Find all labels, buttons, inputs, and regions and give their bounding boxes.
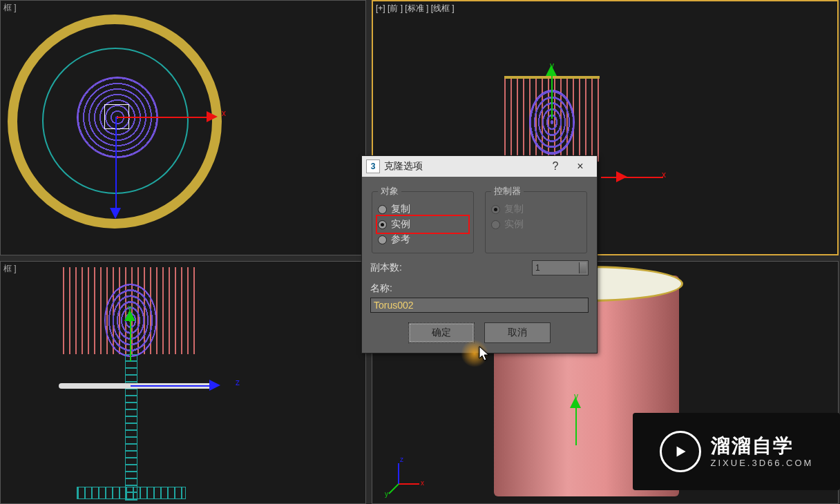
axis-x-label: x — [662, 170, 666, 180]
viewport-left[interactable]: 框 ] y z — [0, 261, 366, 504]
svg-text:z: z — [400, 456, 403, 463]
gizmo-x-arrowhead — [207, 111, 218, 122]
dialog-title: 克隆选项 — [384, 160, 423, 173]
name-input[interactable] — [370, 298, 589, 313]
copies-spinner[interactable]: 1 — [532, 260, 589, 275]
axis-y-label: y — [574, 391, 578, 401]
gizmo-z-axis — [131, 385, 213, 387]
ok-button[interactable]: 确定 — [408, 322, 475, 343]
copies-value: 1 — [535, 263, 540, 273]
svg-marker-6 — [676, 446, 685, 456]
post-wireframe — [125, 354, 137, 501]
viewport-top[interactable]: 框 ] x — [0, 0, 366, 255]
viewport-label: 框 ] — [3, 2, 17, 14]
controller-radio-copy: 复制 — [491, 202, 581, 217]
axis-y-label: y — [550, 61, 554, 70]
radio-label: 实例 — [504, 218, 524, 231]
gizmo-x-axis — [116, 117, 213, 118]
radio-icon — [491, 205, 500, 214]
ok-button-label: 确定 — [432, 327, 451, 339]
gizmo-z-arrowhead — [209, 380, 220, 391]
gizmo-y-axis — [130, 317, 131, 361]
svg-text:y: y — [385, 490, 388, 498]
radio-label: 参考 — [391, 233, 410, 246]
controller-radio-instance: 实例 — [491, 217, 581, 232]
watermark-title: 溜溜自学 — [711, 434, 814, 458]
gizmo-y-axis — [575, 404, 577, 445]
radio-label: 实例 — [391, 218, 410, 231]
gizmo-z-axis — [115, 117, 117, 213]
viewport-label: 框 ] — [3, 263, 17, 275]
radio-label: 复制 — [504, 203, 524, 215]
clone-options-dialog: 3 克隆选项 ? × 对象 复制 实例 参考 — [361, 155, 598, 353]
name-label: 名称: — [370, 282, 589, 295]
watermark-url: ZIXUE.3D66.COM — [711, 458, 814, 469]
controller-group: 控制器 复制 实例 — [485, 185, 587, 253]
watermark: 溜溜自学 ZIXUE.3D66.COM — [633, 413, 840, 490]
radio-icon — [378, 205, 387, 214]
axis-widget: z x y — [385, 456, 426, 498]
play-icon — [660, 431, 701, 472]
copies-label: 副本数: — [370, 262, 402, 274]
radio-icon — [378, 220, 387, 229]
base-wireframe — [77, 487, 186, 499]
radio-reference[interactable]: 参考 — [378, 232, 468, 247]
radio-copy[interactable]: 复制 — [378, 202, 468, 217]
radio-icon — [378, 235, 387, 244]
radio-instance[interactable]: 实例 — [378, 217, 468, 232]
axis-z-label: z — [236, 378, 240, 387]
app-icon: 3 — [366, 159, 380, 173]
cancel-button-label: 取消 — [508, 327, 527, 339]
radio-icon — [491, 220, 500, 229]
axis-y-label: y — [128, 303, 132, 313]
object-group-legend: 对象 — [378, 185, 401, 197]
gizmo-z-arrowhead — [110, 208, 121, 219]
viewport-label: [+] [前 ] [标准 ] [线框 ] — [376, 3, 455, 14]
svg-text:x: x — [421, 479, 424, 487]
axis-x-label: x — [222, 108, 226, 118]
controller-group-legend: 控制器 — [491, 185, 524, 197]
gizmo-y-axis — [551, 70, 553, 119]
radio-label: 复制 — [391, 203, 410, 215]
object-group: 对象 复制 实例 参考 — [372, 185, 474, 253]
gizmo-x-arrowhead — [616, 171, 627, 182]
help-button[interactable]: ? — [543, 160, 568, 173]
cancel-button[interactable]: 取消 — [484, 322, 551, 343]
gizmo-x-axis — [601, 177, 663, 178]
close-button[interactable]: × — [568, 160, 593, 173]
dialog-titlebar[interactable]: 3 克隆选项 ? × — [362, 156, 597, 177]
svg-line-2 — [389, 484, 399, 494]
